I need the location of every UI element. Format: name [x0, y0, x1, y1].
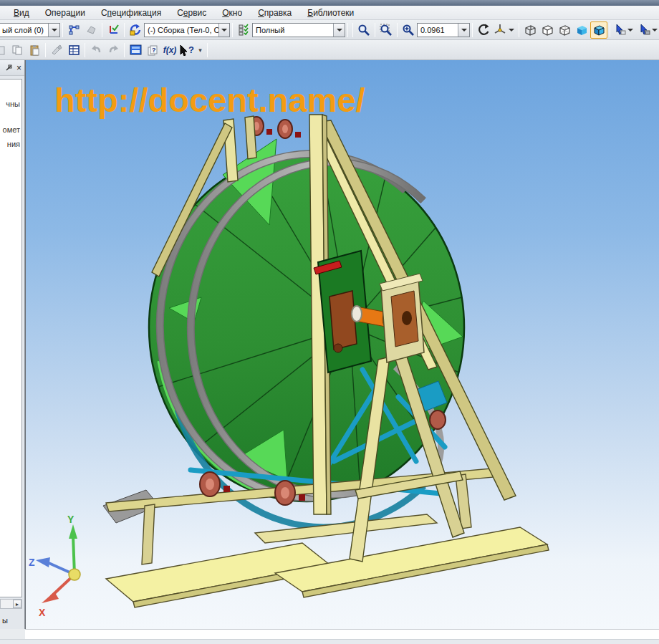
quality-combobox-dropdown[interactable]: [333, 24, 345, 37]
main-area: × чны омет ния ▸ ы http://docent.name/: [0, 60, 659, 629]
zoom-area-button[interactable]: [377, 21, 395, 39]
separator: [347, 23, 348, 37]
menu-biblioteki[interactable]: Библиотеки: [299, 6, 362, 19]
assembly-combobox-value: (-) Сборка (Тел-0, С: [145, 26, 218, 34]
separator: [85, 43, 85, 57]
format-painter-button-disabled[interactable]: [48, 42, 65, 59]
chevron-down-icon: [52, 29, 57, 32]
chevron-down-icon: [627, 29, 633, 32]
toolbar-overflow-button[interactable]: ▾: [196, 42, 205, 59]
quality-combobox[interactable]: Полный: [252, 23, 345, 37]
menu-okno[interactable]: Окно: [214, 6, 250, 19]
hlr-cube-icon: [541, 24, 554, 36]
layer-combobox[interactable]: ый слой (0): [0, 23, 60, 37]
zoom-value-combobox[interactable]: 0.0961: [417, 23, 470, 37]
pin-icon[interactable]: [5, 64, 12, 72]
list-checks-icon: [238, 24, 249, 36]
statusbar: [0, 639, 659, 644]
svg-text:?: ?: [152, 47, 156, 54]
menu-specifikaciya[interactable]: Спецификация: [93, 6, 169, 19]
chevron-down-icon: [221, 29, 227, 32]
assembly-combobox-dropdown[interactable]: [218, 24, 229, 37]
chevron-down-icon: [509, 29, 514, 32]
separator: [519, 23, 519, 37]
zoom-in-button[interactable]: [400, 21, 417, 39]
hidden-lines-thin-button[interactable]: [556, 21, 573, 39]
zoom-area-icon: [380, 24, 393, 37]
menu-vid[interactable]: Вид: [6, 6, 37, 19]
panel-bottom-tab[interactable]: ы: [2, 616, 8, 625]
layer-combobox-dropdown[interactable]: [48, 24, 59, 37]
brush-icon: [51, 44, 63, 56]
sketch-icon: [85, 24, 97, 36]
variables-window-button[interactable]: [127, 42, 144, 59]
separator: [232, 23, 233, 37]
panel-hscrollbar[interactable]: ▸: [0, 599, 22, 609]
paste-icon: [29, 44, 40, 56]
help-pages-icon: ?: [147, 44, 159, 56]
state-list-button[interactable]: [235, 21, 252, 39]
separator: [352, 23, 353, 37]
help-topics-button[interactable]: ?: [144, 42, 161, 59]
assembly-scene: http://docent.name/: [26, 60, 659, 629]
separator: [124, 43, 125, 57]
redo-button-disabled[interactable]: [105, 42, 122, 59]
shaded-edges-mode-button[interactable]: [590, 21, 607, 39]
axis-x-label: X: [39, 607, 46, 618]
clipped-left-button[interactable]: [0, 42, 9, 59]
context-help-cursor-icon: [180, 44, 188, 56]
rotate-icon: [477, 23, 491, 37]
origin-triad: Y Z X: [29, 514, 80, 618]
menu-spravka[interactable]: Справка: [250, 6, 299, 19]
local-frame-button[interactable]: [65, 21, 82, 39]
paste-button[interactable]: [26, 42, 43, 59]
zoom-frame-button[interactable]: [355, 21, 372, 39]
polyline-icon: [68, 24, 80, 36]
zoom-value: 0.0961: [418, 26, 448, 34]
copy-button[interactable]: [9, 42, 26, 59]
hidden-lines-removed-button[interactable]: [539, 21, 556, 39]
assembly-combobox[interactable]: (-) Сборка (Тел-0, С: [144, 23, 230, 37]
scroll-right-icon[interactable]: ▸: [13, 600, 21, 608]
separator: [397, 23, 398, 37]
rebuild-button[interactable]: [127, 21, 144, 39]
spec-table-button[interactable]: [65, 42, 82, 59]
orient-view-button[interactable]: [492, 21, 516, 39]
wireframe-mode-button[interactable]: [521, 21, 539, 39]
undo-button-disabled[interactable]: [87, 42, 105, 59]
context-help-button[interactable]: ?: [178, 42, 196, 59]
zoom-value-dropdown[interactable]: [458, 24, 469, 37]
chevron-down-icon: [652, 29, 658, 32]
rebuild-icon: [129, 24, 142, 37]
viewport-3d[interactable]: http://docent.name/: [25, 60, 659, 629]
window-icon: [130, 44, 142, 55]
menubar: Вид Операции Спецификация Сервис Окно Сп…: [0, 6, 659, 20]
menu-operacii[interactable]: Операции: [37, 6, 93, 19]
chevron-down-icon: [337, 29, 342, 32]
left-docked-panel: × чны омет ния ▸ ы: [0, 60, 25, 629]
quality-combobox-value: Полный: [253, 26, 287, 34]
toolbar-view: ый слой (0) (-) Сборка (Тел-0, С Полный …: [0, 20, 659, 40]
close-icon[interactable]: ×: [16, 64, 21, 72]
menu-servis[interactable]: Сервис: [169, 6, 214, 19]
window-titlebar: [0, 0, 659, 6]
tree-item-fragment[interactable]: омет: [3, 125, 20, 134]
shaded-mode-button[interactable]: [573, 21, 590, 39]
cursor-filter-icon: [615, 24, 626, 36]
snap-settings-button[interactable]: [637, 21, 659, 39]
sketch-button-disabled[interactable]: [82, 21, 100, 39]
separator: [62, 23, 63, 37]
separator: [45, 43, 46, 57]
tree-item-fragment[interactable]: чны: [6, 100, 20, 108]
fx-variables-button[interactable]: f(x): [161, 42, 178, 59]
model-tree-panel[interactable]: чны омет ния: [0, 79, 22, 597]
orientation-check-button[interactable]: [105, 21, 122, 39]
tree-item-fragment[interactable]: ния: [7, 140, 20, 148]
refresh-view-button[interactable]: [475, 21, 492, 39]
clipped-icon: [0, 44, 6, 56]
table-icon: [68, 44, 80, 56]
overflow-icon: ▾: [198, 47, 202, 54]
panel-header: ×: [0, 60, 24, 76]
fx-icon: f(x): [163, 45, 177, 55]
selection-filter-button[interactable]: [612, 21, 637, 39]
